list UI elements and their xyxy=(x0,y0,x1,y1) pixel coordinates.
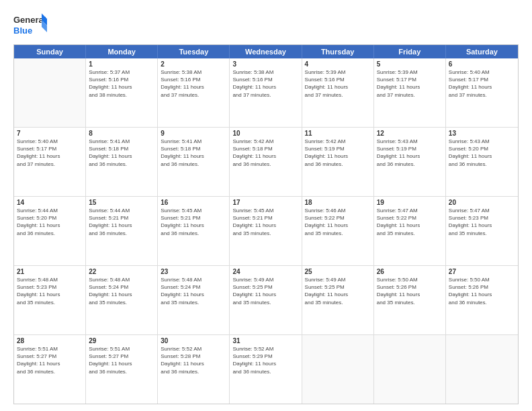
day-number: 5 xyxy=(377,60,443,68)
cell-info: Sunrise: 5:51 AM Sunset: 5:27 PM Dayligh… xyxy=(89,345,154,375)
calendar-cell-day-24: 24Sunrise: 5:49 AM Sunset: 5:25 PM Dayli… xyxy=(230,266,302,334)
cell-info: Sunrise: 5:40 AM Sunset: 5:17 PM Dayligh… xyxy=(449,68,515,99)
cell-info: Sunrise: 5:40 AM Sunset: 5:17 PM Dayligh… xyxy=(17,138,83,168)
cell-info: Sunrise: 5:45 AM Sunset: 5:21 PM Dayligh… xyxy=(232,207,298,237)
day-number: 12 xyxy=(377,130,443,137)
calendar-cell-day-2: 2Sunrise: 5:38 AM Sunset: 5:16 PM Daylig… xyxy=(158,58,230,127)
weekday-header-friday: Friday xyxy=(374,45,446,58)
calendar-cell-day-1: 1Sunrise: 5:37 AM Sunset: 5:16 PM Daylig… xyxy=(86,58,158,127)
weekday-header-tuesday: Tuesday xyxy=(158,45,230,58)
calendar-cell-day-19: 19Sunrise: 5:47 AM Sunset: 5:22 PM Dayli… xyxy=(374,197,446,265)
calendar-cell-empty xyxy=(374,335,446,404)
weekday-header-wednesday: Wednesday xyxy=(230,45,302,58)
day-number: 25 xyxy=(305,268,371,275)
cell-info: Sunrise: 5:44 AM Sunset: 5:20 PM Dayligh… xyxy=(17,207,83,237)
calendar-cell-day-22: 22Sunrise: 5:48 AM Sunset: 5:24 PM Dayli… xyxy=(86,266,158,334)
calendar-row-0: 1Sunrise: 5:37 AM Sunset: 5:16 PM Daylig… xyxy=(14,58,518,128)
calendar-cell-day-15: 15Sunrise: 5:44 AM Sunset: 5:21 PM Dayli… xyxy=(86,197,158,265)
calendar-cell-day-16: 16Sunrise: 5:45 AM Sunset: 5:21 PM Dayli… xyxy=(158,197,230,265)
calendar-cell-day-12: 12Sunrise: 5:43 AM Sunset: 5:19 PM Dayli… xyxy=(374,128,446,196)
day-number: 22 xyxy=(89,268,154,275)
calendar-cell-day-18: 18Sunrise: 5:46 AM Sunset: 5:22 PM Dayli… xyxy=(302,197,374,265)
day-number: 30 xyxy=(161,337,226,345)
cell-info: Sunrise: 5:43 AM Sunset: 5:19 PM Dayligh… xyxy=(377,138,443,168)
calendar-cell-day-26: 26Sunrise: 5:50 AM Sunset: 5:26 PM Dayli… xyxy=(374,266,446,334)
calendar-cell-day-10: 10Sunrise: 5:42 AM Sunset: 5:18 PM Dayli… xyxy=(230,128,302,196)
calendar-cell-day-11: 11Sunrise: 5:42 AM Sunset: 5:19 PM Dayli… xyxy=(302,128,374,196)
calendar-cell-day-5: 5Sunrise: 5:39 AM Sunset: 5:17 PM Daylig… xyxy=(374,58,446,127)
cell-info: Sunrise: 5:46 AM Sunset: 5:22 PM Dayligh… xyxy=(305,207,371,237)
cell-info: Sunrise: 5:52 AM Sunset: 5:29 PM Dayligh… xyxy=(232,345,298,375)
calendar-cell-day-20: 20Sunrise: 5:47 AM Sunset: 5:23 PM Dayli… xyxy=(446,197,518,265)
cell-info: Sunrise: 5:47 AM Sunset: 5:22 PM Dayligh… xyxy=(377,207,443,237)
header: GeneralBlue xyxy=(13,12,519,39)
calendar-cell-empty xyxy=(446,335,518,404)
calendar-cell-day-21: 21Sunrise: 5:48 AM Sunset: 5:23 PM Dayli… xyxy=(14,266,86,334)
calendar-cell-day-3: 3Sunrise: 5:38 AM Sunset: 5:16 PM Daylig… xyxy=(230,58,302,127)
day-number: 1 xyxy=(89,60,154,68)
logo: GeneralBlue xyxy=(13,12,47,39)
day-number: 3 xyxy=(232,60,298,68)
calendar-cell-day-9: 9Sunrise: 5:41 AM Sunset: 5:18 PM Daylig… xyxy=(158,128,230,196)
cell-info: Sunrise: 5:51 AM Sunset: 5:27 PM Dayligh… xyxy=(17,345,83,375)
cell-info: Sunrise: 5:50 AM Sunset: 5:26 PM Dayligh… xyxy=(377,276,443,306)
weekday-header-monday: Monday xyxy=(86,45,158,58)
calendar-cell-day-30: 30Sunrise: 5:52 AM Sunset: 5:28 PM Dayli… xyxy=(158,335,230,404)
calendar-cell-empty xyxy=(302,335,374,404)
day-number: 2 xyxy=(161,60,226,68)
calendar-cell-day-25: 25Sunrise: 5:49 AM Sunset: 5:25 PM Dayli… xyxy=(302,266,374,334)
logo-svg: GeneralBlue xyxy=(13,12,47,39)
day-number: 31 xyxy=(232,337,298,345)
weekday-header-thursday: Thursday xyxy=(302,45,374,58)
day-number: 18 xyxy=(305,199,371,206)
day-number: 8 xyxy=(89,130,154,137)
day-number: 16 xyxy=(161,199,226,206)
cell-info: Sunrise: 5:52 AM Sunset: 5:28 PM Dayligh… xyxy=(161,345,226,375)
day-number: 7 xyxy=(17,130,83,137)
calendar-cell-empty xyxy=(14,58,86,127)
day-number: 27 xyxy=(449,268,515,275)
calendar-cell-day-29: 29Sunrise: 5:51 AM Sunset: 5:27 PM Dayli… xyxy=(86,335,158,404)
calendar-cell-day-28: 28Sunrise: 5:51 AM Sunset: 5:27 PM Dayli… xyxy=(14,335,86,404)
calendar-body: 1Sunrise: 5:37 AM Sunset: 5:16 PM Daylig… xyxy=(14,58,518,404)
day-number: 10 xyxy=(232,130,298,137)
day-number: 24 xyxy=(232,268,298,275)
day-number: 6 xyxy=(449,60,515,68)
weekday-header-saturday: Saturday xyxy=(446,45,518,58)
cell-info: Sunrise: 5:41 AM Sunset: 5:18 PM Dayligh… xyxy=(161,138,226,168)
calendar-cell-day-14: 14Sunrise: 5:44 AM Sunset: 5:20 PM Dayli… xyxy=(14,197,86,265)
weekday-header-sunday: Sunday xyxy=(14,45,86,58)
cell-info: Sunrise: 5:48 AM Sunset: 5:24 PM Dayligh… xyxy=(161,276,226,306)
calendar-cell-day-6: 6Sunrise: 5:40 AM Sunset: 5:17 PM Daylig… xyxy=(446,58,518,127)
calendar-cell-day-27: 27Sunrise: 5:50 AM Sunset: 5:26 PM Dayli… xyxy=(446,266,518,334)
cell-info: Sunrise: 5:38 AM Sunset: 5:16 PM Dayligh… xyxy=(232,68,298,99)
day-number: 15 xyxy=(89,199,154,206)
cell-info: Sunrise: 5:48 AM Sunset: 5:24 PM Dayligh… xyxy=(89,276,154,306)
calendar-cell-day-17: 17Sunrise: 5:45 AM Sunset: 5:21 PM Dayli… xyxy=(230,197,302,265)
day-number: 4 xyxy=(305,60,371,68)
day-number: 20 xyxy=(449,199,515,206)
calendar-cell-day-31: 31Sunrise: 5:52 AM Sunset: 5:29 PM Dayli… xyxy=(230,335,302,404)
day-number: 28 xyxy=(17,337,83,345)
cell-info: Sunrise: 5:43 AM Sunset: 5:20 PM Dayligh… xyxy=(449,138,515,168)
day-number: 9 xyxy=(161,130,226,137)
day-number: 13 xyxy=(449,130,515,137)
svg-text:General: General xyxy=(13,15,46,25)
calendar-row-3: 21Sunrise: 5:48 AM Sunset: 5:23 PM Dayli… xyxy=(14,266,518,335)
day-number: 29 xyxy=(89,337,154,345)
cell-info: Sunrise: 5:49 AM Sunset: 5:25 PM Dayligh… xyxy=(232,276,298,306)
cell-info: Sunrise: 5:38 AM Sunset: 5:16 PM Dayligh… xyxy=(161,68,226,99)
day-number: 14 xyxy=(17,199,83,206)
calendar-cell-day-8: 8Sunrise: 5:41 AM Sunset: 5:18 PM Daylig… xyxy=(86,128,158,196)
cell-info: Sunrise: 5:44 AM Sunset: 5:21 PM Dayligh… xyxy=(89,207,154,237)
calendar-row-1: 7Sunrise: 5:40 AM Sunset: 5:17 PM Daylig… xyxy=(14,128,518,197)
calendar-header: SundayMondayTuesdayWednesdayThursdayFrid… xyxy=(14,45,518,58)
day-number: 21 xyxy=(17,268,83,275)
cell-info: Sunrise: 5:39 AM Sunset: 5:17 PM Dayligh… xyxy=(377,68,443,99)
day-number: 23 xyxy=(161,268,226,275)
cell-info: Sunrise: 5:50 AM Sunset: 5:26 PM Dayligh… xyxy=(449,276,515,306)
calendar: SundayMondayTuesdayWednesdayThursdayFrid… xyxy=(13,44,519,404)
cell-info: Sunrise: 5:47 AM Sunset: 5:23 PM Dayligh… xyxy=(449,207,515,237)
cell-info: Sunrise: 5:48 AM Sunset: 5:23 PM Dayligh… xyxy=(17,276,83,306)
day-number: 19 xyxy=(377,199,443,206)
